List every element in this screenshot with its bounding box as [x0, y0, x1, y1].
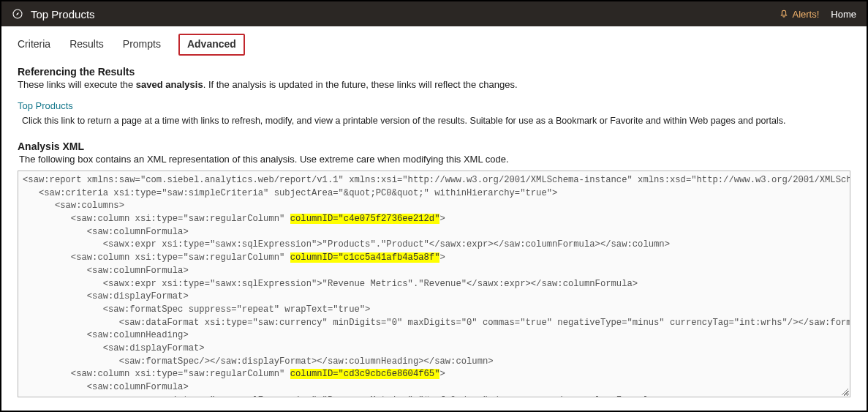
ref-desc-suffix: . If the analysis is updated in the futu… [203, 79, 518, 90]
tab-bar: Criteria Results Prompts Advanced [1, 26, 867, 56]
referencing-desc: These links will execute the saved analy… [18, 79, 850, 90]
top-products-link[interactable]: Top Products [18, 100, 850, 111]
tab-prompts[interactable]: Prompts [121, 34, 162, 56]
tab-results[interactable]: Results [68, 34, 105, 56]
main-content: Referencing the Results These links will… [1, 56, 867, 397]
page-title: Top Products [31, 8, 95, 20]
tab-criteria[interactable]: Criteria [16, 34, 52, 56]
compass-icon [12, 8, 23, 20]
referencing-title: Referencing the Results [18, 66, 850, 78]
app-header: Top Products Alerts! Home [1, 1, 867, 26]
home-link[interactable]: Home [831, 9, 856, 20]
ref-desc-prefix: These links will execute the [18, 79, 136, 90]
analysis-xml-textarea[interactable]: <saw:report xmlns:saw="com.siebel.analyt… [18, 171, 850, 397]
tab-advanced[interactable]: Advanced [178, 34, 245, 56]
resize-grip-icon[interactable] [839, 386, 848, 395]
top-products-desc: Click this link to return a page at a ti… [22, 116, 850, 126]
analysis-xml-desc: The following box contains an XML repres… [19, 154, 850, 165]
ref-desc-bold: saved analysis [136, 79, 203, 90]
bell-icon [779, 8, 789, 20]
analysis-xml-title: Analysis XML [18, 141, 850, 152]
alerts-link[interactable]: Alerts! [779, 8, 819, 20]
alerts-label: Alerts! [792, 9, 819, 20]
